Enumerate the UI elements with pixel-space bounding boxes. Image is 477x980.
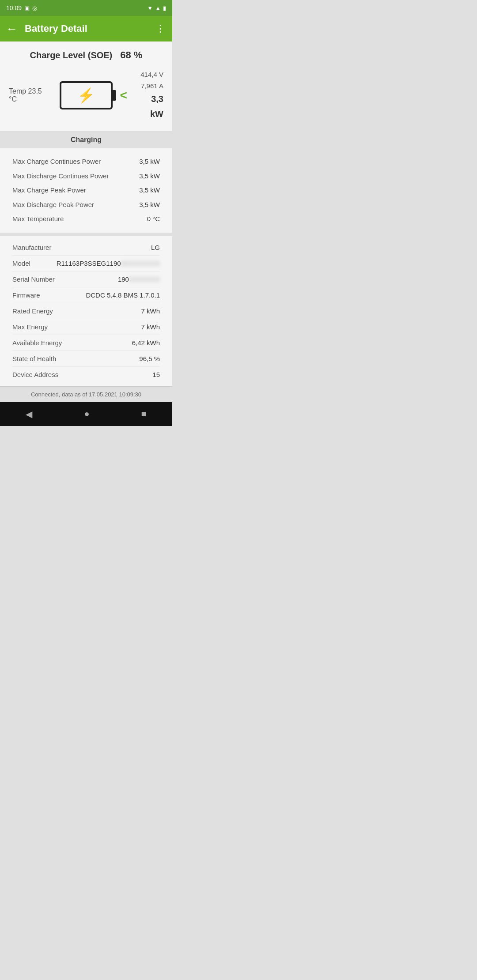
available-energy-label: Available Energy xyxy=(12,339,62,347)
serial-value: 190XXXXXXX xyxy=(118,275,160,283)
status-bar-right: ▼ ▲ ▮ xyxy=(147,5,166,11)
serial-blurred: XXXXXXX xyxy=(129,275,160,283)
battery-graphic: ⚡ xyxy=(60,81,113,109)
sim-icon: ▣ xyxy=(24,5,30,11)
device-address-label: Device Address xyxy=(12,371,58,378)
nav-home-button[interactable]: ● xyxy=(84,409,89,419)
battery-status-icon: ▮ xyxy=(163,5,166,11)
rated-energy-value: 7 kWh xyxy=(141,307,160,315)
state-of-health-label: State of Health xyxy=(12,355,56,362)
charging-row-2: Max Charge Peak Power 3,5 kW xyxy=(12,183,160,198)
signal-icon: ▲ xyxy=(155,5,161,11)
charging-label-2: Max Charge Peak Power xyxy=(12,185,86,196)
charging-label-3: Max Discharge Peak Power xyxy=(12,200,94,210)
charging-val-4: 0 °C xyxy=(147,214,160,224)
model-value: R11163P3SSEG11904XXXXXXXX xyxy=(57,260,160,267)
serial-label: Serial Number xyxy=(12,275,55,283)
time-display: 10:09 xyxy=(6,4,22,11)
device-row-rated-energy: Rated Energy 7 kWh xyxy=(12,303,160,319)
charging-label-1: Max Discharge Continues Power xyxy=(12,171,109,181)
device-row-max-energy: Max Energy 7 kWh xyxy=(12,319,160,335)
chevron-left-icon: < xyxy=(120,88,127,102)
model-blurred: 4XXXXXXXX xyxy=(121,260,160,267)
charge-level-value: 68 % xyxy=(120,49,142,61)
charging-row-4: Max Temperature 0 °C xyxy=(12,212,160,226)
charging-row-0: Max Charge Continues Power 3,5 kW xyxy=(12,155,160,169)
available-energy-value: 6,42 kWh xyxy=(132,339,160,347)
nav-bar: ◀ ● ■ xyxy=(0,402,172,426)
nav-recent-button[interactable]: ■ xyxy=(141,409,146,419)
current-display: 7,961 A xyxy=(136,80,163,92)
device-row-manufacturer: Manufacturer LG xyxy=(12,240,160,256)
device-row-device-address: Device Address 15 xyxy=(12,367,160,382)
charging-label-0: Max Charge Continues Power xyxy=(12,157,101,167)
charging-val-1: 3,5 kW xyxy=(139,171,160,181)
charging-label-4: Max Temperature xyxy=(12,214,64,224)
charging-val-0: 3,5 kW xyxy=(139,157,160,167)
temp-label: Temp xyxy=(9,87,26,95)
charge-level-card: Charge Level (SOE) 68 % Temp 23,5 °C ⚡ <… xyxy=(0,41,172,132)
device-row-available-energy: Available Energy 6,42 kWh xyxy=(12,335,160,351)
charge-stats: 414,4 V 7,961 A 3,3 kW xyxy=(136,69,163,121)
toolbar: ← Battery Detail ⋮ xyxy=(0,16,172,41)
device-info-card: Manufacturer LG Model R11163P3SSEG11904X… xyxy=(0,236,172,386)
charging-val-2: 3,5 kW xyxy=(139,185,160,196)
charge-level-label: Charge Level (SOE) xyxy=(30,50,113,60)
device-row-serial: Serial Number 190XXXXXXX xyxy=(12,271,160,287)
device-row-state-of-health: State of Health 96,5 % xyxy=(12,351,160,367)
wifi-icon: ▼ xyxy=(147,5,153,11)
model-label: Model xyxy=(12,260,30,267)
footer-status: Connected, data as of 17.05.2021 10:09:3… xyxy=(0,386,172,402)
manufacturer-value: LG xyxy=(151,244,160,251)
device-address-value: 15 xyxy=(152,371,160,378)
max-energy-label: Max Energy xyxy=(12,323,48,331)
battery-icon-wrap: ⚡ < xyxy=(60,81,127,109)
power-display: 3,3 kW xyxy=(136,91,163,121)
status-bar: 10:09 ▣ ◎ ▼ ▲ ▮ xyxy=(0,0,172,16)
firmware-label: Firmware xyxy=(12,291,40,299)
manufacturer-label: Manufacturer xyxy=(12,244,51,251)
device-row-model: Model R11163P3SSEG11904XXXXXXXX xyxy=(12,256,160,271)
charging-info-card: Max Charge Continues Power 3,5 kW Max Di… xyxy=(0,148,172,233)
voltage-display: 414,4 V xyxy=(136,69,163,80)
more-options-button[interactable]: ⋮ xyxy=(155,23,166,34)
page-title: Battery Detail xyxy=(25,23,155,34)
rated-energy-label: Rated Energy xyxy=(12,307,53,315)
charging-section-header: Charging xyxy=(0,132,172,148)
back-button[interactable]: ← xyxy=(6,22,18,36)
vpn-icon: ◎ xyxy=(32,5,37,11)
status-bar-left: 10:09 ▣ ◎ xyxy=(6,4,37,11)
charging-val-3: 3,5 kW xyxy=(139,200,160,210)
nav-back-button[interactable]: ◀ xyxy=(26,409,32,419)
max-energy-value: 7 kWh xyxy=(141,323,160,331)
device-row-firmware: Firmware DCDC 5.4.8 BMS 1.7.0.1 xyxy=(12,287,160,303)
state-of-health-value: 96,5 % xyxy=(139,355,160,362)
charging-row-1: Max Discharge Continues Power 3,5 kW xyxy=(12,169,160,184)
firmware-value: DCDC 5.4.8 BMS 1.7.0.1 xyxy=(86,291,160,299)
temp-section: Temp 23,5 °C xyxy=(9,87,51,103)
charging-row-3: Max Discharge Peak Power 3,5 kW xyxy=(12,198,160,212)
battery-bolt-icon: ⚡ xyxy=(77,87,95,104)
